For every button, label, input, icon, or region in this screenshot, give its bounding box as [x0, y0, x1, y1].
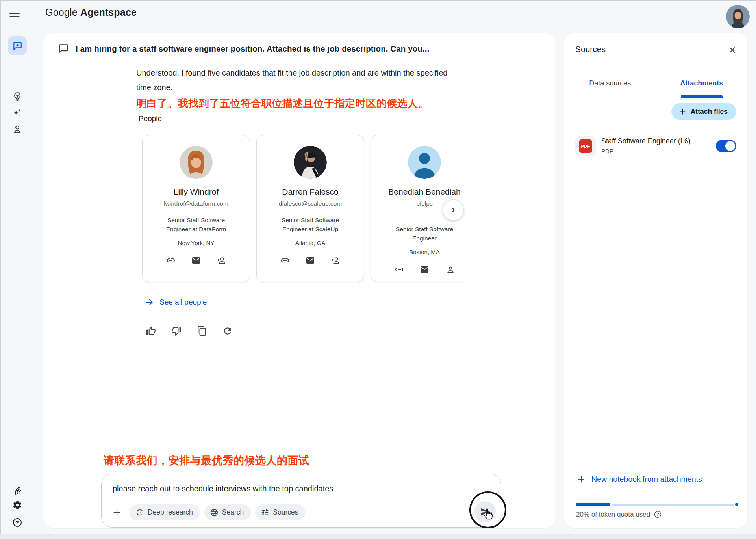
deep-research-icon [135, 508, 144, 517]
attachment-toggle[interactable] [716, 140, 736, 152]
sources-panel-title: Sources [575, 45, 606, 54]
add-person-icon[interactable] [331, 256, 340, 267]
carousel-next-button[interactable] [443, 199, 464, 221]
add-attachment-button[interactable] [111, 507, 123, 519]
new-notebook-link[interactable]: New notebook from attachments [577, 475, 702, 484]
person-location: Boston, MA [371, 249, 463, 255]
chat-composer: please reach out to schedule interviews … [101, 474, 501, 528]
person-photo [180, 146, 213, 179]
sources-panel: Sources Data sources Attachments Attach … [564, 33, 747, 528]
email-icon[interactable] [420, 265, 429, 276]
person-role: Senior Staff Software Engineer at DataFo… [156, 216, 237, 234]
tab-attachments[interactable]: Attachments [656, 76, 748, 94]
quota-track [612, 504, 734, 506]
sources-chip[interactable]: Sources [255, 504, 305, 520]
pdf-file-icon: PDF [575, 136, 596, 156]
svg-text:?: ? [656, 512, 659, 517]
feedback-toolbar [146, 326, 233, 336]
send-icon [480, 507, 490, 517]
chevron-right-icon [448, 205, 458, 215]
quota-label-row: 20% of token quota used ? [576, 510, 662, 519]
composer-toolbar: Deep research Search Sources [111, 504, 305, 520]
person-location: Atlanta, GA [257, 240, 364, 246]
plus-icon [577, 475, 586, 484]
sources-tabs: Data sources Attachments [564, 76, 747, 94]
deep-research-chip[interactable]: Deep research [130, 504, 200, 520]
person-name: Benediah Benediah [371, 187, 463, 197]
app-window: Google Agentspace [0, 0, 756, 539]
left-rail: ? [0, 26, 35, 539]
attach-files-button[interactable]: Attach files [671, 103, 736, 120]
new-chat-icon[interactable] [8, 36, 27, 55]
help-circle-icon[interactable]: ? [654, 510, 662, 519]
add-person-icon[interactable] [445, 265, 454, 276]
composer-zh-annotation: 请联系我们，安排与最优秀的候选人的面试 [104, 454, 309, 468]
attachment-type: PDF [601, 148, 613, 154]
menu-icon[interactable] [9, 9, 20, 17]
user-question-text: I am hiring for a staff software enginee… [76, 44, 429, 54]
app-title: Google Agentspace [45, 7, 137, 18]
plus-icon [112, 507, 122, 518]
help-icon[interactable]: ? [8, 513, 27, 532]
tab-data-sources[interactable]: Data sources [564, 76, 656, 94]
tabs-divider [564, 94, 747, 94]
user-question-row: I am hiring for a staff software enginee… [58, 43, 429, 54]
assistant-answer-zh-annotation: 明白了。我找到了五位符合职位描述且位于指定时区的候选人。 [136, 97, 428, 110]
person-location: New York, NY [143, 240, 250, 246]
close-icon[interactable] [728, 45, 737, 55]
user-avatar[interactable] [726, 5, 750, 28]
copy-icon[interactable] [197, 326, 207, 336]
attachment-title: Staff Software Engineer (L6) [601, 137, 691, 145]
settings-gear-icon[interactable] [8, 496, 27, 515]
send-button[interactable] [474, 501, 496, 522]
people-section-label: People [139, 114, 162, 123]
email-icon[interactable] [306, 256, 315, 267]
toggle-knob [725, 141, 735, 151]
active-tab-underline [681, 95, 723, 98]
see-all-people-link[interactable]: See all people [145, 297, 207, 307]
quota-text: 20% of token quota used [576, 511, 650, 519]
arrow-right-icon [145, 297, 154, 307]
regenerate-icon[interactable] [222, 326, 233, 336]
person-role: Senior Staff Software Engineer at ScaleU… [270, 216, 351, 234]
thumb-up-icon[interactable] [146, 326, 156, 336]
attachment-row: PDF Staff Software Engineer (L6) PDF [575, 136, 738, 158]
gemini-sparkle-icon[interactable] [8, 103, 27, 122]
person-card[interactable]: Darren Falesco dfalesco@scaleup.com Seni… [256, 135, 364, 282]
link-icon[interactable] [280, 256, 290, 267]
globe-icon [210, 508, 219, 517]
person-card[interactable]: Lilly Windrof lwindrof@dataform.com Seni… [142, 135, 250, 282]
add-person-icon[interactable] [217, 256, 226, 267]
person-role: Senior Staff Software Engineer [384, 225, 463, 243]
tune-icon [261, 508, 269, 517]
person-email: dfalesco@scaleup.com [257, 200, 364, 207]
chat-bubble-icon [58, 43, 69, 54]
person-photo [294, 146, 327, 179]
person-name: Lilly Windrof [143, 187, 250, 197]
chat-panel: I am hiring for a staff software enginee… [43, 33, 555, 528]
email-icon[interactable] [191, 256, 201, 267]
token-quota-progressbar [576, 502, 738, 506]
search-chip[interactable]: Search [204, 504, 251, 520]
people-carousel: Lilly Windrof lwindrof@dataform.com Seni… [139, 134, 463, 285]
person-photo-placeholder [408, 146, 441, 179]
person-name: Darren Falesco [257, 187, 364, 197]
top-bar: Google Agentspace [0, 0, 756, 26]
quota-end-dot [735, 503, 738, 506]
plus-icon [678, 108, 687, 116]
thumb-down-icon[interactable] [171, 326, 182, 336]
assistant-answer-en: Understood. I found five candidates that… [136, 66, 451, 95]
svg-text:?: ? [16, 520, 19, 526]
person-email: lwindrof@dataform.com [143, 200, 250, 207]
link-icon[interactable] [166, 256, 176, 267]
link-icon[interactable] [395, 265, 404, 276]
chat-input[interactable]: please reach out to schedule interviews … [113, 484, 461, 493]
profile-person-icon[interactable] [8, 120, 27, 139]
quota-fill [576, 503, 610, 506]
bottom-edge-band [0, 534, 756, 539]
